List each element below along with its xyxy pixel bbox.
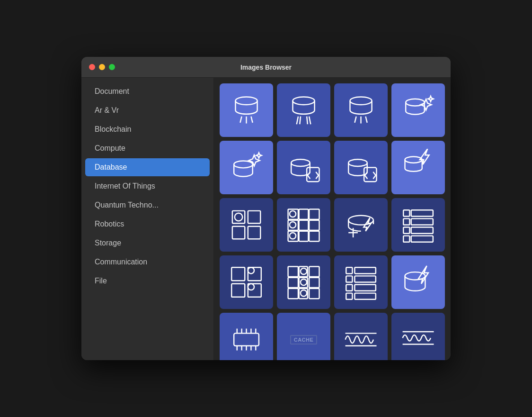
svg-line-1 — [240, 117, 241, 123]
svg-rect-65 — [309, 289, 319, 299]
svg-point-30 — [290, 222, 296, 228]
svg-line-3 — [251, 117, 252, 123]
svg-rect-46 — [403, 236, 409, 242]
icon-db-lightning[interactable] — [391, 141, 445, 194]
titlebar: Images Browser — [81, 57, 451, 78]
svg-rect-23 — [232, 227, 245, 239]
icon-grid: CACHE — [218, 82, 447, 360]
cache-text: CACHE — [290, 335, 318, 344]
sidebar-item-communication[interactable]: Communication — [85, 253, 210, 271]
svg-rect-61 — [309, 278, 319, 288]
svg-rect-22 — [248, 211, 260, 223]
svg-point-26 — [290, 211, 296, 217]
icon-grid-rows2[interactable] — [334, 255, 388, 309]
svg-rect-42 — [403, 218, 409, 225]
sidebar-item-database[interactable]: Database — [85, 158, 210, 176]
svg-rect-68 — [346, 276, 352, 282]
icon-cache-label[interactable]: CACHE — [277, 313, 330, 360]
icon-memory-squiggle[interactable] — [334, 313, 388, 360]
sidebar-item-ar-vr[interactable]: Ar & Vr — [85, 101, 210, 119]
icon-db-code[interactable] — [277, 141, 330, 194]
sidebar-item-document[interactable]: Document — [85, 82, 210, 100]
icon-db-sparkle2[interactable] — [220, 141, 273, 194]
svg-line-7 — [307, 117, 308, 124]
icon-db-drip[interactable] — [220, 83, 273, 137]
icon-db-legs[interactable] — [277, 83, 330, 137]
svg-point-60 — [301, 279, 307, 285]
icon-grid-3x2-circle2[interactable] — [277, 255, 330, 309]
svg-rect-73 — [355, 293, 375, 299]
svg-point-0 — [235, 97, 257, 104]
svg-rect-72 — [346, 293, 352, 299]
svg-rect-43 — [411, 218, 433, 225]
icon-grid-2x2-circle[interactable] — [220, 198, 273, 252]
svg-rect-62 — [288, 289, 298, 299]
svg-point-4 — [293, 97, 314, 104]
svg-line-12 — [365, 117, 367, 123]
svg-rect-48 — [231, 267, 245, 281]
sidebar-item-robotics[interactable]: Robotics — [85, 215, 210, 233]
close-button[interactable] — [89, 64, 95, 70]
svg-rect-35 — [299, 231, 309, 241]
sidebar-item-storage[interactable]: Storage — [85, 234, 210, 252]
maximize-button[interactable] — [109, 64, 115, 70]
svg-point-21 — [235, 213, 242, 221]
svg-rect-45 — [411, 227, 433, 233]
icon-grid-rows[interactable] — [391, 198, 445, 252]
svg-point-15 — [291, 159, 310, 166]
traffic-lights — [89, 64, 115, 70]
svg-point-9 — [350, 97, 372, 104]
sidebar-item-compute[interactable]: Compute — [85, 139, 210, 157]
icon-grid-2x2-circle2[interactable] — [220, 255, 273, 309]
svg-point-14 — [234, 161, 253, 168]
svg-point-53 — [248, 284, 254, 290]
icon-db-sparkle[interactable] — [391, 83, 445, 137]
svg-rect-44 — [403, 227, 409, 233]
sidebar-item-blockchain[interactable]: Blockchain — [85, 120, 210, 138]
svg-line-5 — [297, 117, 298, 124]
svg-rect-57 — [309, 267, 319, 277]
icon-db-drip2[interactable] — [334, 83, 388, 137]
svg-rect-36 — [309, 231, 319, 241]
svg-line-6 — [300, 117, 301, 124]
svg-rect-31 — [299, 220, 309, 230]
svg-line-10 — [355, 117, 356, 123]
svg-point-56 — [301, 268, 307, 274]
svg-point-64 — [301, 290, 307, 296]
sidebar-item-file[interactable]: File — [85, 272, 210, 290]
minimize-button[interactable] — [99, 64, 105, 70]
svg-rect-51 — [231, 284, 245, 297]
icon-db-lightning2[interactable] — [391, 255, 445, 309]
svg-rect-58 — [288, 278, 298, 288]
icon-db-code2[interactable] — [334, 141, 388, 194]
svg-rect-47 — [411, 236, 433, 242]
content-area: Document Ar & Vr Blockchain Compute Data… — [81, 78, 451, 360]
icon-db-add-lightning[interactable] — [334, 198, 388, 252]
svg-rect-71 — [355, 284, 375, 290]
svg-rect-40 — [403, 210, 409, 216]
svg-rect-27 — [299, 209, 309, 219]
svg-point-34 — [290, 233, 296, 239]
sidebar-item-iot[interactable]: Internet Of Things — [85, 177, 210, 195]
icon-memory-chip[interactable] — [220, 313, 273, 360]
svg-rect-54 — [288, 267, 298, 277]
svg-point-50 — [248, 267, 254, 273]
icon-grid-3x2-circle[interactable] — [277, 198, 330, 252]
icon-browser: CACHE — [214, 78, 451, 360]
svg-rect-32 — [309, 220, 319, 230]
sidebar: Document Ar & Vr Blockchain Compute Data… — [81, 78, 214, 360]
svg-rect-67 — [355, 267, 375, 273]
app-window: Images Browser Document Ar & Vr Blockcha… — [81, 57, 451, 360]
sidebar-item-quantum[interactable]: Quantum Techno... — [85, 196, 210, 214]
svg-rect-41 — [411, 210, 433, 216]
icon-memory-squiggle2[interactable] — [391, 313, 445, 360]
svg-point-17 — [348, 159, 367, 166]
svg-rect-66 — [346, 267, 352, 273]
svg-rect-70 — [346, 284, 352, 290]
svg-line-8 — [309, 117, 310, 124]
svg-rect-75 — [234, 333, 259, 345]
svg-rect-24 — [248, 227, 260, 239]
window-title: Images Browser — [240, 63, 292, 71]
svg-rect-28 — [309, 209, 319, 219]
svg-rect-69 — [355, 276, 375, 282]
